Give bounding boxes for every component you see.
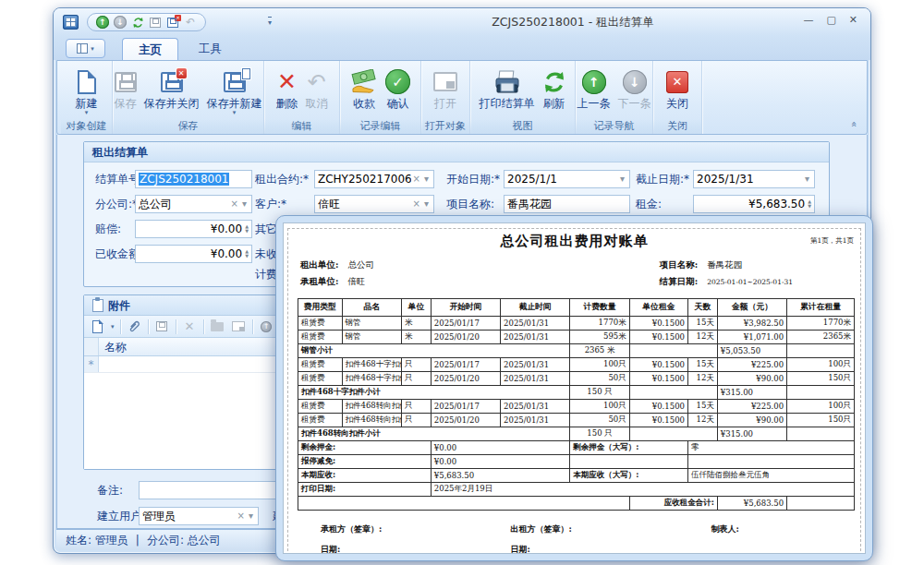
spinner-icon[interactable]: ▲▼ — [242, 249, 249, 258]
table-row: 租赁费扣件468十字扣件只2025/01/172025/01/31100只¥0.… — [298, 358, 855, 372]
table-header-row: 费用类型品名单位开始时间截止时间计费数量单位租金天数金额（元）累计在租量 — [298, 299, 855, 317]
dropdown-icon: ▾ — [85, 110, 89, 115]
close-form-button[interactable]: ✕ 关闭 — [663, 65, 692, 110]
settlement-no-input[interactable]: ZCJS250218001 — [135, 170, 252, 188]
tab-home[interactable]: 主页 — [122, 38, 178, 60]
open-button[interactable]: 打开 — [430, 65, 461, 110]
next-record-button[interactable]: ↓ 下一条 — [614, 65, 655, 110]
table-row: 租赁费钢管米2025/01/202025/01/31595米¥0.150012天… — [298, 331, 855, 344]
chevron-down-icon[interactable]: ▾ — [803, 171, 811, 187]
compensation-input[interactable]: ¥0.00▲▼ — [135, 220, 252, 238]
branch-combo[interactable]: 总公司×▾ — [135, 195, 252, 213]
start-date-label: 开始日期:* — [446, 170, 500, 188]
close-button[interactable]: ✕ — [849, 14, 857, 26]
dropdown-icon[interactable]: ▾ — [111, 323, 115, 331]
customer-combo[interactable]: 倍旺×▾ — [314, 195, 434, 213]
collapse-ribbon-icon[interactable]: « — [848, 121, 860, 127]
lessee-value: 倍旺 — [348, 276, 366, 286]
project-input[interactable]: 番禺花园 — [504, 195, 630, 213]
period-label: 结算日期: — [660, 276, 699, 286]
refresh-button[interactable]: 刷新 — [539, 65, 570, 110]
spinner-icon[interactable]: ▲▼ — [805, 199, 811, 209]
save-icon[interactable] — [149, 16, 162, 29]
ribbon-group-navigation: ↑ 上一条 ↓ 下一条 记录导航 — [576, 61, 653, 134]
folder-icon — [211, 322, 224, 331]
open-window-icon — [433, 72, 457, 91]
undo-arrow-icon: ↶ — [307, 71, 325, 93]
new-attachment-button[interactable] — [90, 319, 105, 334]
open-attachment-window-button[interactable] — [231, 319, 247, 334]
previous-record-button[interactable]: ↑ 上一条 — [574, 65, 614, 110]
confirm-check-icon: ✓ — [385, 69, 410, 94]
save-new-floppy-icon — [224, 72, 246, 92]
rent-input[interactable]: ¥5,683.50▲▼ — [693, 195, 815, 213]
summary-row: 剩余押金:¥0.00剩余押金（大写）:零 — [298, 441, 855, 455]
open-attachment-button[interactable] — [210, 319, 225, 334]
cancel-button[interactable]: ↶ 取消 — [302, 65, 332, 110]
app-menu-icon — [77, 43, 88, 54]
chevron-down-icon[interactable]: ▾ — [618, 171, 626, 187]
undo-icon[interactable]: ↶ — [184, 16, 197, 29]
created-by-combo[interactable]: 管理员×▾ — [139, 507, 259, 525]
save-floppy-icon — [115, 72, 137, 92]
tab-tools[interactable]: 工具 — [183, 38, 237, 60]
lessor-value: 总公司 — [348, 259, 375, 270]
chevron-down-icon[interactable]: ▾ — [422, 196, 431, 212]
signature-row: 承租方（签章）: 出租方（签章）: 制表人: — [284, 511, 865, 535]
spinner-icon[interactable]: ▲▼ — [242, 224, 249, 234]
down-circle-icon: ↓ — [623, 70, 647, 94]
ribbon-group-open: 打开 打开对象 — [421, 61, 470, 134]
attachment-icon — [92, 299, 103, 312]
up-circle-icon: ↑ — [582, 70, 606, 94]
next-record-icon[interactable]: ↓ — [114, 16, 127, 29]
new-button[interactable]: 新建 ▾ — [72, 65, 102, 115]
end-date-picker[interactable]: 2025/1/31▾ — [693, 170, 815, 188]
printer-icon — [493, 66, 521, 97]
clear-icon[interactable]: × — [411, 171, 422, 187]
preparer-label: 制表人: — [711, 523, 848, 535]
maximize-button[interactable]: ▢ — [826, 14, 835, 26]
date-right-label: 日期: — [511, 544, 711, 554]
start-date-picker[interactable]: 2025/1/1▾ — [504, 170, 630, 188]
new-page-icon — [92, 320, 103, 333]
refresh-icon[interactable] — [131, 16, 144, 29]
save-button[interactable]: 保存 — [111, 65, 140, 110]
refresh-icon — [542, 66, 566, 97]
delete-button[interactable]: ✕ 删除 — [273, 65, 302, 110]
save-close-floppy-icon: ✕ — [161, 72, 183, 92]
project-value: 番禺花园 — [707, 259, 742, 270]
save-and-new-button[interactable]: 保存并新建 ▾ — [203, 65, 266, 115]
confirm-button[interactable]: ✓ 确认 — [382, 65, 414, 110]
receive-payment-button[interactable]: 收款 — [346, 65, 382, 110]
lessee-label: 承租单位: — [300, 276, 339, 286]
delete-attachment-button[interactable]: ✕ — [182, 319, 198, 334]
ribbon-group-edit: ✕ 删除 ↶ 取消 编辑 — [264, 61, 340, 134]
clear-icon[interactable]: × — [236, 508, 247, 524]
app-menu-button[interactable]: ▾ — [66, 39, 105, 58]
chevron-down-icon[interactable]: ▾ — [247, 508, 255, 524]
previous-record-icon[interactable]: ↑ — [96, 16, 109, 29]
save-and-close-button[interactable]: ✕ 保存并关闭 — [140, 65, 203, 110]
save-attachment-button[interactable] — [154, 319, 170, 334]
minimize-button[interactable]: — — [803, 14, 813, 26]
attach-file-button[interactable] — [127, 319, 142, 334]
report-preview-window: 总公司租出费用对账单 第1页，共1页 租出单位:总公司 承租单位:倍旺 项目名称… — [275, 215, 873, 561]
calc-label: 计费 — [255, 265, 277, 283]
status-branch: 分公司: 总公司 — [147, 533, 221, 548]
date-left-label: 日期: — [321, 544, 511, 554]
customize-qat-icon[interactable]: ▾ — [268, 17, 272, 27]
chevron-down-icon[interactable]: ▾ — [422, 171, 431, 187]
save-badge-icon[interactable]: ✕ — [166, 16, 179, 29]
quick-access-toolbar: ↑ ↓ ✕ ↶ — [87, 13, 206, 31]
clear-icon[interactable]: × — [411, 196, 422, 212]
move-up-button[interactable]: ↑ — [259, 319, 274, 334]
chevron-down-icon[interactable]: ▾ — [240, 196, 249, 212]
new-row-marker: * — [84, 356, 99, 372]
clear-icon[interactable]: × — [229, 196, 240, 212]
received-input[interactable]: ¥0.00▲▼ — [135, 245, 252, 263]
subtotal-row: 钢管小计2365 米¥5,053.50 — [298, 344, 855, 358]
app-icon — [63, 15, 79, 30]
screen: ↑ ↓ ✕ ↶ ▾ ZCJS250218001 - 租出结算单 — ▢ ✕ ▾ … — [0, 0, 924, 565]
print-settlement-button[interactable]: 打印结算单 — [476, 65, 539, 110]
contract-combo[interactable]: ZCHY250217006×▾ — [314, 170, 434, 188]
